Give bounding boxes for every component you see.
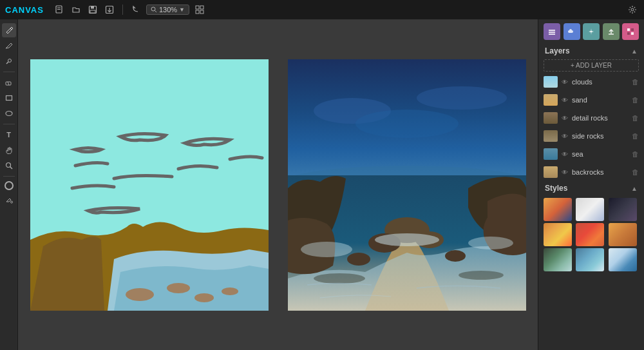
styles-header: Styles ▲ bbox=[538, 181, 644, 195]
tool-icons-row bbox=[538, 19, 644, 44]
layer-thumb-sea bbox=[544, 148, 558, 160]
layer-name-sea: sea bbox=[572, 150, 629, 158]
style-thumb-6[interactable] bbox=[609, 223, 637, 246]
layer-delete-detail-rocks[interactable]: 🗑 bbox=[632, 114, 639, 122]
svg-rect-56 bbox=[631, 32, 634, 35]
styles-title: Styles bbox=[545, 184, 567, 193]
style-thumb-2[interactable] bbox=[576, 198, 604, 221]
tool-btn-mask[interactable] bbox=[622, 23, 639, 40]
tool-zoom[interactable] bbox=[2, 159, 16, 173]
layers-chevron[interactable]: ▲ bbox=[631, 48, 638, 55]
tool-eraser[interactable] bbox=[2, 75, 16, 90]
export-button[interactable] bbox=[103, 3, 116, 16]
tool-fill[interactable] bbox=[2, 193, 16, 207]
layer-visibility-sand[interactable]: 👁 bbox=[561, 97, 569, 104]
zoom-control[interactable]: 130% ▼ bbox=[146, 5, 189, 15]
toolbar-separator-1 bbox=[3, 72, 15, 72]
tool-pen[interactable] bbox=[2, 39, 16, 53]
tool-ellipse[interactable] bbox=[2, 106, 16, 121]
svg-rect-49 bbox=[549, 32, 555, 33]
photo-canvas-panel[interactable] bbox=[288, 59, 526, 311]
svg-point-44 bbox=[459, 271, 504, 280]
toolbar-separator bbox=[122, 5, 123, 15]
svg-point-46 bbox=[468, 237, 513, 249]
new-file-button[interactable] bbox=[53, 3, 66, 16]
svg-rect-13 bbox=[200, 10, 204, 14]
photo-display bbox=[288, 59, 526, 311]
layers-section: Layers ▲ + ADD LAYER 👁 clouds 🗑 👁 sand 🗑… bbox=[538, 44, 644, 181]
svg-rect-54 bbox=[631, 28, 634, 31]
layer-item-clouds[interactable]: 👁 clouds 🗑 bbox=[538, 73, 644, 91]
svg-rect-4 bbox=[91, 6, 94, 9]
svg-point-45 bbox=[301, 242, 352, 257]
style-thumb-5[interactable] bbox=[576, 223, 604, 246]
svg-line-9 bbox=[155, 11, 156, 13]
sketch-canvas-panel[interactable] bbox=[30, 59, 269, 311]
svg-point-47 bbox=[375, 233, 439, 246]
layer-item-side-rocks[interactable]: 👁 side rocks 🗑 bbox=[538, 127, 644, 145]
layer-visibility-detail-rocks[interactable]: 👁 bbox=[561, 115, 569, 122]
svg-point-28 bbox=[222, 287, 238, 295]
svg-point-23 bbox=[10, 201, 12, 203]
add-layer-button[interactable]: + ADD LAYER bbox=[544, 59, 639, 72]
svg-rect-53 bbox=[627, 28, 630, 31]
left-toolbar: T bbox=[0, 19, 18, 350]
style-thumb-9[interactable] bbox=[609, 248, 637, 271]
grid-view-button[interactable] bbox=[193, 3, 206, 16]
tool-btn-cloud[interactable] bbox=[564, 23, 580, 40]
color-swatch[interactable] bbox=[5, 181, 14, 190]
svg-rect-11 bbox=[200, 6, 204, 9]
svg-point-43 bbox=[314, 273, 365, 284]
svg-point-36 bbox=[355, 110, 459, 138]
zoom-dropdown-icon[interactable]: ▼ bbox=[179, 6, 185, 13]
svg-point-15 bbox=[8, 59, 11, 63]
layer-name-clouds: clouds bbox=[572, 78, 629, 86]
svg-line-18 bbox=[8, 82, 9, 85]
tool-pencil[interactable] bbox=[2, 23, 16, 37]
style-thumb-3[interactable] bbox=[609, 198, 637, 221]
tool-btn-upload[interactable] bbox=[603, 23, 620, 40]
layer-delete-backrocks[interactable]: 🗑 bbox=[632, 168, 639, 176]
layer-visibility-backrocks[interactable]: 👁 bbox=[561, 169, 569, 176]
style-thumb-7[interactable] bbox=[544, 248, 572, 271]
layer-item-backrocks[interactable]: 👁 backrocks 🗑 bbox=[538, 163, 644, 181]
tool-rectangle[interactable] bbox=[2, 91, 16, 105]
layer-item-detail-rocks[interactable]: 👁 detail rocks 🗑 bbox=[538, 109, 644, 127]
tool-btn-layers[interactable] bbox=[544, 23, 560, 40]
style-thumb-8[interactable] bbox=[576, 248, 604, 271]
svg-point-8 bbox=[151, 7, 155, 11]
toolbar-separator-3 bbox=[3, 176, 15, 177]
layer-delete-side-rocks[interactable]: 🗑 bbox=[632, 132, 639, 140]
layer-visibility-clouds[interactable]: 👁 bbox=[561, 79, 569, 86]
layer-item-sea[interactable]: 👁 sea 🗑 bbox=[538, 145, 644, 163]
undo-button[interactable] bbox=[129, 3, 142, 16]
toolbar-separator-2 bbox=[3, 124, 15, 124]
svg-rect-5 bbox=[90, 10, 95, 13]
settings-button[interactable] bbox=[626, 3, 639, 16]
layer-thumb-backrocks bbox=[544, 166, 558, 178]
layer-thumb-side-rocks bbox=[544, 130, 558, 142]
layer-delete-sand[interactable]: 🗑 bbox=[632, 96, 639, 104]
save-button[interactable] bbox=[86, 3, 99, 16]
svg-rect-50 bbox=[549, 34, 555, 35]
layer-visibility-side-rocks[interactable]: 👁 bbox=[561, 133, 569, 140]
svg-point-27 bbox=[194, 293, 214, 302]
layer-name-detail-rocks: detail rocks bbox=[572, 114, 629, 122]
tool-btn-sparkle[interactable] bbox=[583, 23, 600, 40]
svg-rect-10 bbox=[196, 6, 199, 9]
open-file-button[interactable] bbox=[70, 3, 82, 16]
style-thumb-1[interactable] bbox=[544, 198, 572, 221]
styles-chevron[interactable]: ▲ bbox=[631, 185, 638, 192]
style-thumb-4[interactable] bbox=[544, 223, 572, 246]
tool-brush[interactable] bbox=[2, 54, 16, 68]
layer-item-sand[interactable]: 👁 sand 🗑 bbox=[538, 91, 644, 109]
layer-thumb-detail-rocks bbox=[544, 112, 558, 124]
layer-visibility-sea[interactable]: 👁 bbox=[561, 151, 569, 158]
svg-rect-55 bbox=[627, 32, 630, 35]
layer-delete-clouds[interactable]: 🗑 bbox=[632, 78, 639, 86]
layer-delete-sea[interactable]: 🗑 bbox=[632, 150, 639, 158]
styles-grid bbox=[538, 195, 644, 274]
tool-hand[interactable] bbox=[2, 143, 16, 157]
svg-point-21 bbox=[6, 163, 10, 168]
tool-text[interactable]: T bbox=[2, 128, 16, 142]
